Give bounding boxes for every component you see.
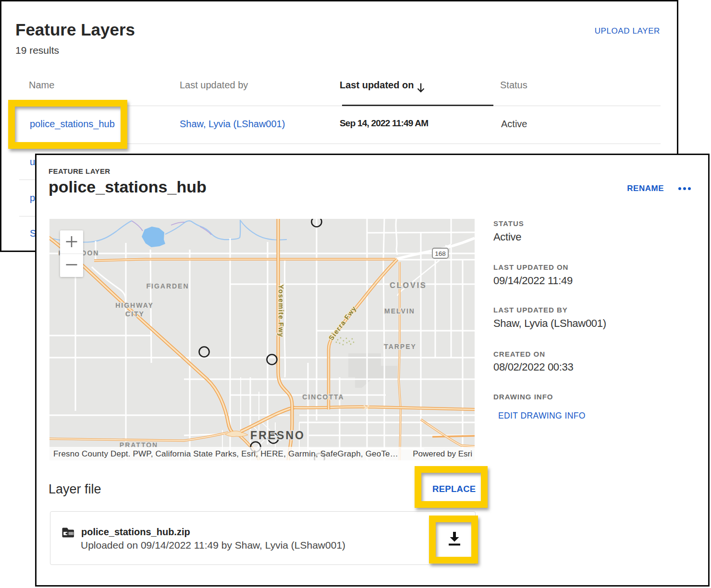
svg-text:FRESNO: FRESNO [250,429,305,442]
svg-text:MELVIN: MELVIN [384,307,415,315]
svg-text:FIGARDEN: FIGARDEN [146,282,189,290]
svg-text:CLOVIS: CLOVIS [390,281,427,289]
svg-text:HIGHWAY: HIGHWAY [115,301,154,309]
svg-text:CITY: CITY [125,310,145,318]
svg-text:Yosemite Fwy: Yosemite Fwy [277,285,285,337]
svg-text:Powered by Esri: Powered by Esri [413,449,472,458]
svg-text:168: 168 [435,250,446,257]
svg-text:CINCOTTA: CINCOTTA [302,393,344,401]
svg-text:TARPEY: TARPEY [384,343,417,350]
svg-text:Fresno County Dept. PWP, Calif: Fresno County Dept. PWP, California Stat… [53,449,398,458]
